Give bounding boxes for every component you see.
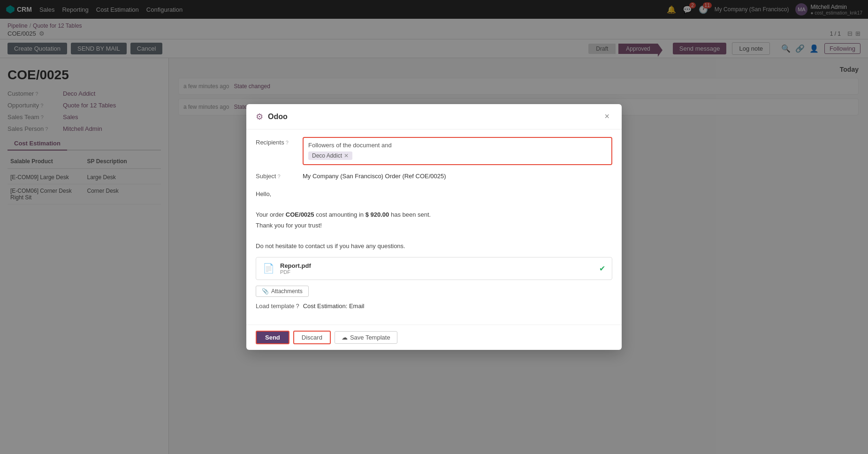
send-email-modal: ⚙ Odoo × Recipients ? Followers of the d… xyxy=(246,104,622,350)
odoo-icon: ⚙ xyxy=(256,112,263,122)
modal-body: Recipients ? Followers of the document a… xyxy=(246,129,622,325)
load-template-label: Load template ? xyxy=(256,303,299,310)
load-template-help-icon[interactable]: ? xyxy=(296,303,299,310)
subject-help-icon[interactable]: ? xyxy=(277,174,280,179)
email-post: has been sent. xyxy=(391,211,431,218)
email-line1: Your order COE/0025 cost amounting in $ … xyxy=(256,210,612,220)
save-template-label: Save Template xyxy=(350,334,390,341)
recipients-control[interactable]: Followers of the document and Deco Addic… xyxy=(303,137,612,165)
email-pre: Your order xyxy=(256,211,286,218)
recipients-row: Recipients ? Followers of the document a… xyxy=(256,137,612,165)
modal-close-button[interactable]: × xyxy=(602,111,612,122)
attachment-check-icon: ✔ xyxy=(599,264,605,273)
email-body: Hello, Your order COE/0025 cost amountin… xyxy=(256,187,612,257)
attachments-label: Attachments xyxy=(271,288,303,295)
attachment-name: Report.pdf xyxy=(280,262,594,269)
tag-label: Deco Addict xyxy=(312,152,342,159)
subject-label: Subject ? xyxy=(256,171,303,180)
attachment-type: PDF xyxy=(280,269,594,275)
email-line2: Thank you for your trust! xyxy=(256,220,612,231)
save-template-button[interactable]: ☁ Save Template xyxy=(335,331,397,344)
subject-row: Subject ? My Company (San Francisco) Ord… xyxy=(256,171,612,182)
recipients-text: Followers of the document and xyxy=(308,142,607,149)
tag-remove-icon[interactable]: ✕ xyxy=(344,152,349,159)
load-template-value[interactable]: Cost Estimation: Email xyxy=(303,303,365,310)
attachment-info: Report.pdf PDF xyxy=(280,262,594,275)
load-template-row: Load template ? Cost Estimation: Email xyxy=(256,303,612,310)
modal-overlay: ⚙ Odoo × Recipients ? Followers of the d… xyxy=(0,0,868,454)
recipients-box[interactable]: Followers of the document and Deco Addic… xyxy=(303,137,612,165)
recipient-tag[interactable]: Deco Addict ✕ xyxy=(308,151,352,160)
send-button[interactable]: Send xyxy=(256,331,289,344)
recipients-label: Recipients ? xyxy=(256,137,303,146)
discard-button[interactable]: Discard xyxy=(293,331,331,344)
cloud-icon: ☁ xyxy=(342,334,348,341)
email-line3: Do not hesitate to contact us if you hav… xyxy=(256,241,612,251)
subject-value[interactable]: My Company (San Francisco) Order (Ref CO… xyxy=(303,171,612,182)
modal-header: ⚙ Odoo × xyxy=(246,104,622,129)
pdf-icon: 📄 xyxy=(263,263,274,274)
subject-control: My Company (San Francisco) Order (Ref CO… xyxy=(303,171,612,182)
email-order-ref[interactable]: COE/0025 xyxy=(286,211,314,218)
attachments-button[interactable]: 📎 Attachments xyxy=(256,286,309,297)
email-amount: $ 920.00 xyxy=(365,211,389,218)
email-mid: cost amounting in xyxy=(316,211,365,218)
modal-title: Odoo xyxy=(268,113,288,121)
recipients-help-icon[interactable]: ? xyxy=(286,140,289,145)
modal-footer: Send Discard ☁ Save Template xyxy=(246,325,622,350)
paperclip-icon: 📎 xyxy=(262,288,269,295)
email-hello: Hello, xyxy=(256,189,612,199)
attachment-row: 📄 Report.pdf PDF ✔ xyxy=(256,257,612,280)
